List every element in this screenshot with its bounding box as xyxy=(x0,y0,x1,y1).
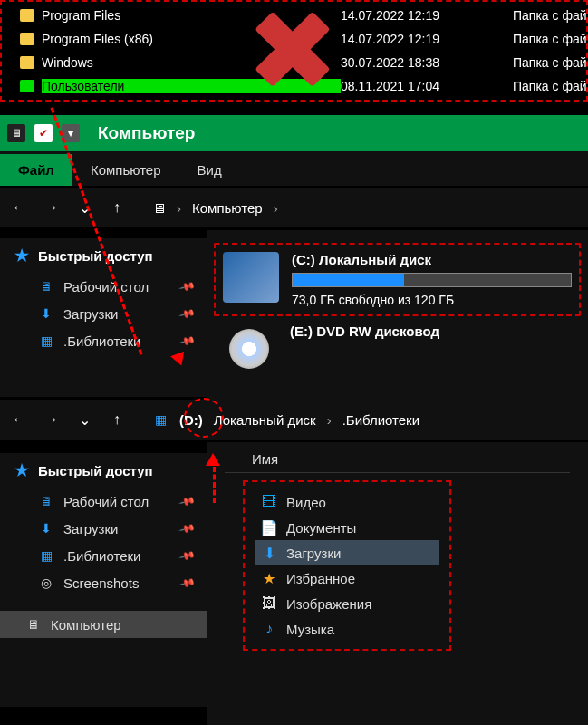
sidebar-item-label: Загрузки xyxy=(63,306,118,322)
screenshot-icon: ◎ xyxy=(38,575,54,591)
tab-computer[interactable]: Компьютер xyxy=(72,154,179,186)
file-type: Папка с файлам xyxy=(513,8,586,23)
forward-button[interactable]: → xyxy=(43,199,60,216)
grid-icon: ▦ xyxy=(38,333,54,349)
breadcrumb[interactable]: ▦ (D:) Локальный диск › .Библиотеки xyxy=(152,411,419,428)
music-icon: ♪ xyxy=(261,621,277,637)
video-icon: 🎞 xyxy=(261,494,277,510)
list-item[interactable]: 📄Документы xyxy=(255,515,439,540)
computer-icon: 🖥 xyxy=(7,124,25,142)
file-date: 14.07.2022 12:19 xyxy=(341,32,513,46)
harddrive-icon xyxy=(223,252,279,303)
list-item[interactable]: ★Избранное xyxy=(255,566,439,591)
list-item[interactable]: 🖼Изображения xyxy=(255,591,439,616)
download-icon: ⬇ xyxy=(38,305,54,322)
sidebar-item-libraries[interactable]: ▦.Библиотеки📌 xyxy=(0,542,207,569)
grid-icon: ▦ xyxy=(38,547,54,564)
sidebar-item-downloads[interactable]: ⬇Загрузки📌 xyxy=(0,515,207,542)
sidebar-item-libraries[interactable]: ▦.Библиотеки📌 xyxy=(0,327,207,354)
ribbon-tabs: Файл Компьютер Вид xyxy=(0,151,588,186)
sidebar: ★ Быстрый доступ 🖥Рабочий стол📌 ⬇Загрузк… xyxy=(0,453,207,707)
forward-button[interactable]: → xyxy=(43,411,60,428)
history-dropdown[interactable]: ⌄ xyxy=(76,411,92,428)
sidebar: ★ Быстрый доступ 🖥Рабочий стол📌 ⬇Загрузк… xyxy=(0,238,207,397)
sidebar-item-label: Screenshots xyxy=(63,575,139,591)
drive-free-text: 73,0 ГБ свободно из 120 ГБ xyxy=(292,293,572,307)
table-row[interactable]: Пользователи 08.11.2021 17:04 Папка с фа… xyxy=(2,74,586,98)
wrong-selection-panel: Program Files 14.07.2022 12:19 Папка с ф… xyxy=(0,0,588,102)
tab-file[interactable]: Файл xyxy=(0,154,72,186)
computer-icon: 🖥 xyxy=(152,200,166,216)
window-titlebar: 🖥 ✔ ▾ Компьютер xyxy=(0,115,588,151)
up-button[interactable]: ↑ xyxy=(109,411,125,428)
drive-title: (C:) Локальный диск xyxy=(292,252,572,267)
annotation-arrow xyxy=(213,467,216,503)
breadcrumb-segment[interactable]: Локальный диск xyxy=(214,412,316,428)
computer-icon: 🖥 xyxy=(25,616,42,633)
desktop-icon: 🖥 xyxy=(38,493,54,509)
item-label: Изображения xyxy=(286,596,371,612)
sidebar-item-screenshots[interactable]: ◎Screenshots📌 xyxy=(0,569,207,596)
dvd-icon xyxy=(221,324,277,374)
quick-access-label: Быстрый доступ xyxy=(38,248,153,264)
file-name: Program Files (x86) xyxy=(42,32,341,46)
list-item[interactable]: 🎞Видео xyxy=(255,489,439,515)
quick-access-label: Быстрый доступ xyxy=(38,463,153,478)
breadcrumb-drive-letter[interactable]: (D:) xyxy=(179,412,203,428)
column-header-name[interactable]: Имя xyxy=(225,451,570,473)
image-icon: 🖼 xyxy=(261,595,277,612)
chevron-right-icon: › xyxy=(274,200,278,216)
file-type: Папка с файлам xyxy=(513,55,586,70)
breadcrumb[interactable]: 🖥 › Компьютер › xyxy=(152,200,278,216)
sidebar-item-label: .Библиотеки xyxy=(63,548,140,564)
star-icon: ★ xyxy=(14,246,29,266)
file-name: Пользователи xyxy=(42,79,341,93)
drive-dvd[interactable]: (E:) DVD RW дисковод xyxy=(214,316,581,382)
folder-icon xyxy=(20,9,34,22)
drive-c[interactable]: (C:) Локальный диск 73,0 ГБ свободно из … xyxy=(214,243,581,316)
pin-icon: 📌 xyxy=(178,546,197,565)
drive-title: (E:) DVD RW дисковод xyxy=(290,324,574,339)
sidebar-item-label: Компьютер xyxy=(51,617,121,633)
sidebar-item-label: Рабочий стол xyxy=(63,279,149,295)
chevron-right-icon: › xyxy=(327,412,332,428)
file-date: 08.11.2021 17:04 xyxy=(341,79,513,93)
star-icon: ★ xyxy=(261,570,277,586)
folder-icon xyxy=(20,33,34,45)
quick-access-header[interactable]: ★ Быстрый доступ xyxy=(0,453,207,488)
window-title: Компьютер xyxy=(98,123,195,143)
up-button[interactable]: ↑ xyxy=(109,199,125,216)
pin-icon: 📌 xyxy=(178,519,197,537)
file-date: 14.07.2022 12:19 xyxy=(341,8,513,23)
file-date: 30.07.2022 18:38 xyxy=(341,55,513,70)
list-item[interactable]: ♪Музыка xyxy=(255,616,439,642)
sidebar-item-desktop[interactable]: 🖥Рабочий стол📌 xyxy=(0,273,207,300)
item-label: Музыка xyxy=(286,622,334,637)
list-item[interactable]: ⬇Загрузки xyxy=(255,540,439,566)
tab-view[interactable]: Вид xyxy=(179,154,240,186)
quick-access-check-icon[interactable]: ✔ xyxy=(34,124,53,142)
folder-icon xyxy=(20,56,34,69)
item-label: Загрузки xyxy=(286,546,341,561)
sidebar-item-desktop[interactable]: 🖥Рабочий стол📌 xyxy=(0,488,207,515)
breadcrumb-segment[interactable]: Компьютер xyxy=(192,200,263,216)
sidebar-item-label: .Библиотеки xyxy=(63,334,140,349)
document-icon: 📄 xyxy=(261,519,277,536)
grid-icon: ▦ xyxy=(152,411,169,428)
back-button[interactable]: ← xyxy=(11,199,27,216)
navigation-bar: ← → ⌄ ↑ ▦ (D:) Локальный диск › .Библиот… xyxy=(0,400,588,440)
storage-bar xyxy=(292,273,572,287)
sidebar-item-downloads[interactable]: ⬇Загрузки📌 xyxy=(0,300,207,327)
pin-icon: 📌 xyxy=(178,492,197,510)
star-icon: ★ xyxy=(14,460,29,480)
sidebar-item-label: Загрузки xyxy=(63,521,118,536)
table-row[interactable]: Program Files (x86) 14.07.2022 12:19 Пап… xyxy=(2,27,586,51)
sidebar-item-computer[interactable]: 🖥Компьютер xyxy=(0,611,207,638)
table-row[interactable]: Program Files 14.07.2022 12:19 Папка с ф… xyxy=(2,4,586,27)
pin-icon: 📌 xyxy=(178,332,197,350)
storage-bar-fill xyxy=(293,274,404,286)
back-button[interactable]: ← xyxy=(11,411,27,428)
annotation-highlight-box: 🎞Видео 📄Документы ⬇Загрузки ★Избранное 🖼… xyxy=(243,480,451,651)
table-row[interactable]: Windows 30.07.2022 18:38 Папка с файлам xyxy=(2,51,586,74)
breadcrumb-segment[interactable]: .Библиотеки xyxy=(342,412,419,428)
